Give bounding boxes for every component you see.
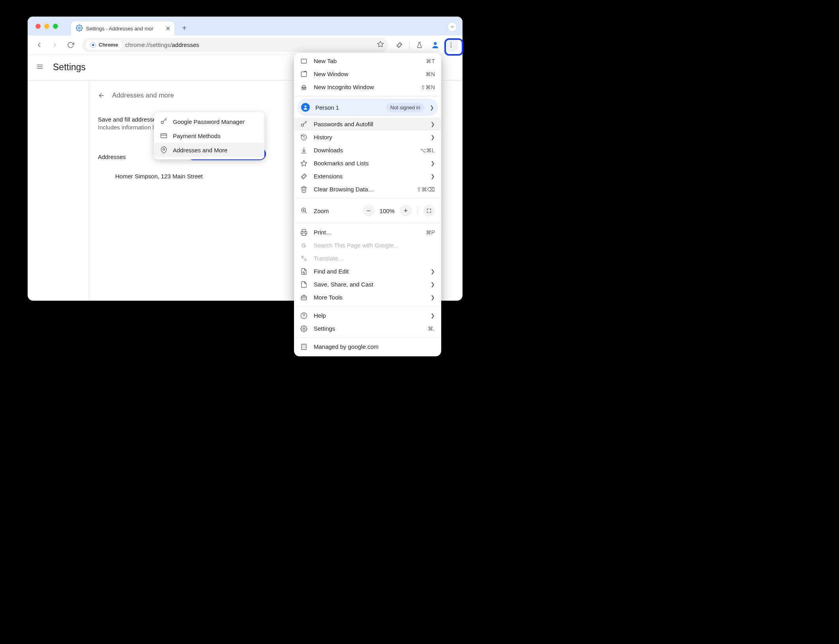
menu-separator: [294, 337, 441, 338]
svg-rect-32: [302, 233, 306, 235]
reload-button[interactable]: [64, 38, 77, 52]
submenu-label: Payment Methods: [173, 133, 221, 139]
maximize-window-button[interactable]: [53, 24, 58, 29]
status-badge: Not signed in: [386, 103, 424, 112]
extensions-button[interactable]: [393, 38, 406, 52]
svg-rect-18: [301, 59, 307, 63]
incognito-icon: [300, 84, 307, 91]
menu-icon[interactable]: [36, 63, 45, 72]
menu-find-edit[interactable]: Find and Edit ❯: [294, 265, 441, 278]
svg-rect-40: [302, 344, 306, 350]
menu-passwords-autofill[interactable]: Passwords and Autofill ❯: [294, 118, 441, 131]
svg-point-0: [79, 27, 81, 29]
svg-point-39: [303, 328, 305, 329]
bookmark-star-icon[interactable]: [377, 41, 384, 49]
menu-profile[interactable]: Person 1 Not signed in ❯: [297, 99, 438, 116]
menu-print[interactable]: Print… ⌘P: [294, 226, 441, 239]
card-icon: [160, 132, 167, 139]
submenu-item-password-manager[interactable]: Google Password Manager: [154, 114, 264, 129]
menu-settings[interactable]: Settings ⌘,: [294, 322, 441, 335]
profile-button[interactable]: [429, 38, 442, 52]
svg-point-5: [451, 42, 452, 43]
svg-point-6: [451, 44, 452, 45]
file-icon: [300, 281, 307, 288]
tab-icon: [300, 58, 307, 65]
submenu-item-payment-methods[interactable]: Payment Methods: [154, 129, 264, 143]
close-window-button[interactable]: [36, 24, 41, 29]
menu-extensions[interactable]: Extensions ❯: [294, 170, 441, 183]
submenu-label: Google Password Manager: [173, 118, 245, 125]
toolbar: Chrome chrome://settings/addresses: [28, 36, 463, 54]
chevron-right-icon: ❯: [431, 121, 435, 127]
minimize-window-button[interactable]: [44, 24, 49, 29]
fullscreen-button[interactable]: [423, 205, 435, 217]
menu-search-page: Search This Page with Google…: [294, 239, 441, 252]
menu-history[interactable]: History ❯: [294, 131, 441, 144]
menu-separator: [294, 96, 441, 96]
svg-marker-27: [301, 160, 307, 166]
menu-incognito[interactable]: New Incognito Window ⇧⌘N: [294, 80, 441, 94]
zoom-out-button[interactable]: −: [363, 205, 375, 217]
svg-marker-3: [378, 41, 384, 47]
print-icon: [300, 229, 307, 236]
new-tab-button[interactable]: +: [178, 22, 190, 34]
translate-icon: [300, 255, 307, 262]
zoom-in-button[interactable]: +: [400, 205, 412, 217]
submenu-item-addresses[interactable]: Addresses and More: [154, 143, 264, 157]
google-icon: [300, 242, 307, 249]
menu-separator: [294, 198, 441, 198]
tab-search-button[interactable]: [448, 22, 457, 32]
back-button[interactable]: [32, 38, 46, 52]
svg-rect-19: [301, 72, 307, 77]
svg-line-26: [305, 122, 306, 123]
svg-point-24: [301, 124, 303, 126]
menu-save-share-cast[interactable]: Save, Share, and Cast ❯: [294, 278, 441, 291]
svg-point-12: [161, 121, 163, 124]
tab-strip: Settings - Addresses and mor ✕ +: [28, 17, 463, 36]
menu-new-tab[interactable]: New Tab ⌘T: [294, 54, 441, 67]
chip-label: Chrome: [99, 42, 118, 48]
menu-new-window[interactable]: New Window ⌘N: [294, 67, 441, 80]
chevron-right-icon: ❯: [431, 160, 435, 166]
menu-more-tools[interactable]: More Tools ❯: [294, 291, 441, 304]
gear-icon: [76, 24, 83, 33]
chevron-right-icon: ❯: [431, 281, 435, 287]
menu-bookmarks[interactable]: Bookmarks and Lists ❯: [294, 157, 441, 170]
close-tab-icon[interactable]: ✕: [165, 25, 170, 32]
menu-downloads[interactable]: Downloads ⌥⌘L: [294, 144, 441, 157]
menu-zoom: Zoom − 100% +: [294, 201, 441, 221]
document-search-icon: [300, 268, 307, 275]
labs-button[interactable]: [413, 38, 426, 52]
svg-line-34: [304, 273, 305, 273]
avatar-icon: [301, 103, 310, 112]
extension-icon: [300, 173, 307, 180]
forward-button[interactable]: [48, 38, 62, 52]
sidebar-placeholder: [28, 80, 89, 301]
chevron-right-icon: ❯: [430, 105, 434, 110]
trash-icon: [300, 186, 307, 193]
menu-translate: Translate…: [294, 252, 441, 265]
svg-line-29: [305, 212, 307, 213]
menu-separator: [294, 223, 441, 223]
chevron-right-icon: ❯: [431, 268, 435, 274]
menu-help[interactable]: Help ❯: [294, 309, 441, 322]
chrome-main-menu: New Tab ⌘T New Window ⌘N New Incognito W…: [294, 53, 441, 356]
toolbar-divider: [409, 41, 410, 49]
svg-point-23: [305, 105, 307, 107]
key-icon: [300, 121, 307, 128]
address-bar[interactable]: Chrome chrome://settings/addresses: [82, 38, 388, 52]
site-chip[interactable]: Chrome: [86, 40, 122, 50]
chevron-right-icon: ❯: [431, 134, 435, 140]
key-icon: [160, 118, 167, 125]
chrome-menu-button[interactable]: [444, 38, 458, 52]
menu-managed[interactable]: Managed by google.com: [294, 340, 441, 353]
url-text: chrome://settings/addresses: [125, 41, 374, 48]
browser-tab[interactable]: Settings - Addresses and mor ✕: [71, 21, 174, 36]
svg-point-17: [163, 148, 165, 150]
svg-point-7: [451, 46, 452, 47]
download-icon: [300, 147, 307, 154]
building-icon: [300, 343, 307, 350]
autofill-submenu: Google Password Manager Payment Methods …: [154, 112, 264, 159]
menu-clear-data[interactable]: Clear Browsing Data… ⇧⌘⌫: [294, 183, 441, 196]
gear-icon: [300, 325, 307, 332]
